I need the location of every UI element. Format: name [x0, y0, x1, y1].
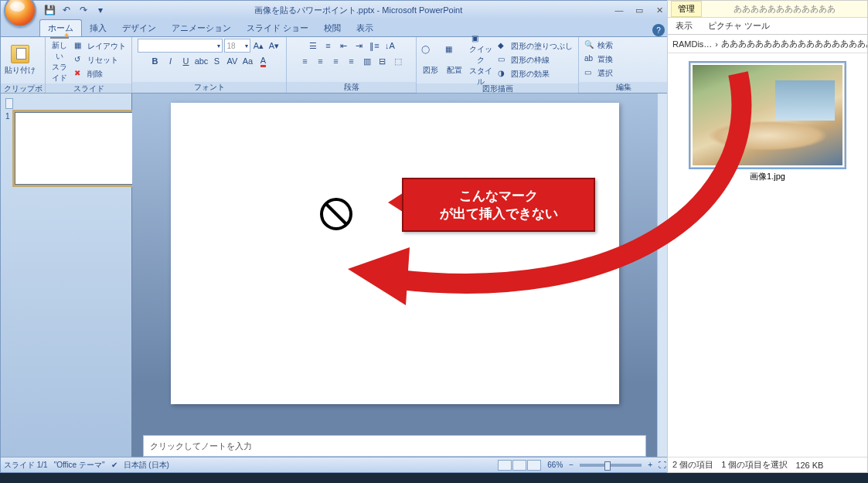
shapes-button[interactable]: ◯図形	[420, 39, 442, 82]
slide-thumbnail-1[interactable]	[15, 112, 134, 185]
breadcrumb-segment[interactable]: RAMDis…	[672, 39, 712, 49]
justify-button[interactable]: ≡	[345, 54, 359, 68]
replace-button[interactable]: ab置換	[582, 53, 615, 66]
maximize-button[interactable]: ▭	[629, 2, 649, 19]
notes-pane[interactable]: クリックしてノートを入力	[143, 435, 646, 457]
sorter-view-button[interactable]	[512, 460, 526, 471]
strike-button[interactable]: abc	[195, 54, 209, 68]
explorer-titlebar: 管理 ああああああああああああ	[668, 1, 867, 18]
slide-thumbnails-pane[interactable]: 1	[1, 94, 132, 457]
help-button[interactable]: ?	[652, 24, 665, 36]
grow-font-button[interactable]: A▴	[252, 39, 266, 53]
delete-slide-button[interactable]: ✖削除	[72, 68, 128, 81]
tab-design[interactable]: デザイン	[114, 20, 164, 36]
group-label: クリップボード	[1, 83, 45, 94]
align-right-button[interactable]: ≡	[329, 54, 343, 68]
shape-fill-button[interactable]: ◆図形の塗りつぶし	[495, 40, 575, 53]
group-label: 編集	[579, 82, 669, 93]
file-explorer-window: 管理 ああああああああああああ 表示 ピクチャ ツール RAMDis… › ああ…	[667, 0, 868, 473]
reset-icon: ↺	[74, 55, 85, 66]
reset-button[interactable]: ↺リセット	[72, 54, 128, 67]
ribbon: 貼り付け クリップボード 新しい スライド ▦レイアウト ↺リセット ✖削除 ス…	[1, 36, 669, 94]
bullets-button[interactable]: ☰	[306, 39, 320, 53]
zoom-out-button[interactable]: −	[569, 461, 574, 469]
tab-insert[interactable]: 挿入	[82, 20, 114, 36]
tab-slideshow[interactable]: スライド ショー	[239, 20, 316, 36]
tab-view[interactable]: 表示	[349, 20, 381, 36]
slide-canvas[interactable]	[171, 103, 619, 404]
explorer-title: ああああああああああああ	[702, 3, 867, 15]
slide-edit-area: クリックしてノートを入力	[132, 94, 657, 457]
shadow-button[interactable]: S	[210, 54, 224, 68]
ribbon-context-tab[interactable]: 管理	[671, 1, 702, 17]
file-name-label[interactable]: 画像1.jpg	[750, 171, 785, 182]
file-thumbnail[interactable]	[690, 63, 845, 168]
decrease-indent-button[interactable]: ⇤	[337, 39, 351, 53]
align-center-button[interactable]: ≡	[314, 54, 328, 68]
quick-styles-icon: ▣	[471, 34, 490, 43]
font-size-combo[interactable]: 18	[224, 39, 250, 53]
breadcrumb-separator: ›	[715, 39, 718, 49]
text-direction-button[interactable]: ↓A	[383, 39, 397, 53]
line-spacing-button[interactable]: ‖≡	[368, 39, 382, 53]
paste-icon	[11, 45, 29, 63]
save-button[interactable]: 💾	[43, 3, 56, 17]
status-language[interactable]: 日本語 (日本)	[124, 460, 169, 471]
shape-outline-button[interactable]: ▭図形の枠線	[495, 54, 575, 67]
explorer-tab-view[interactable]: 表示	[668, 18, 700, 34]
char-spacing-button[interactable]: AV	[226, 54, 240, 68]
new-slide-button[interactable]: 新しい スライド	[49, 39, 70, 82]
status-spellcheck-icon[interactable]: ✔	[111, 461, 117, 469]
group-clipboard: 貼り付け クリップボード	[1, 37, 46, 93]
zoom-slider[interactable]	[580, 464, 642, 467]
group-slides: 新しい スライド ▦レイアウト ↺リセット ✖削除 スライド	[46, 37, 132, 93]
breadcrumb-segment[interactable]: あああああああああああああああああああああああああああ	[721, 38, 867, 49]
minimize-button[interactable]: —	[609, 2, 629, 19]
window-title: 画像を貼るパワーポイント.pptx - Microsoft PowerPoint	[107, 5, 609, 16]
quick-styles-button[interactable]: ▣クイック スタイル	[467, 39, 494, 82]
shrink-font-button[interactable]: A▾	[267, 39, 281, 53]
explorer-file-list[interactable]: 画像1.jpg	[668, 53, 867, 457]
font-color-button[interactable]: A	[257, 54, 271, 68]
shape-effects-button[interactable]: ◑図形の効果	[495, 68, 575, 81]
numbering-button[interactable]: ≡	[322, 39, 335, 53]
bold-button[interactable]: B	[148, 54, 162, 68]
explorer-status-bar: 2 個の項目 1 個の項目を選択 126 KB	[668, 457, 867, 472]
explorer-tab-picture-tools[interactable]: ピクチャ ツール	[700, 18, 778, 34]
zoom-level[interactable]: 66%	[547, 461, 563, 469]
layout-icon: ▦	[74, 41, 85, 52]
fit-to-window-button[interactable]: ⛶	[659, 461, 666, 469]
underline-button[interactable]: U	[179, 54, 193, 68]
italic-button[interactable]: I	[164, 54, 178, 68]
layout-button[interactable]: ▦レイアウト	[72, 40, 128, 53]
find-button[interactable]: 🔍検索	[582, 39, 615, 53]
svg-line-2	[326, 204, 346, 224]
columns-button[interactable]: ▥	[360, 54, 374, 68]
status-theme: "Office テーマ"	[54, 460, 105, 471]
select-button[interactable]: ▭選択	[582, 67, 615, 80]
undo-button[interactable]: ↶	[60, 3, 73, 17]
group-font: 18 A▴ A▾ B I U abc S AV Aa A フォント	[132, 37, 287, 93]
normal-view-button[interactable]	[498, 460, 512, 471]
status-selected-count: 1 個の項目を選択	[721, 459, 788, 471]
smartart-button[interactable]: ⬚	[391, 54, 405, 68]
qat-dropdown[interactable]: ▾	[94, 3, 107, 17]
change-case-button[interactable]: Aa	[241, 54, 255, 68]
arrange-icon: ▦	[445, 45, 464, 63]
zoom-in-button[interactable]: +	[648, 461, 652, 469]
tab-animation[interactable]: アニメーション	[164, 20, 239, 36]
increase-indent-button[interactable]: ⇥	[352, 39, 366, 53]
align-text-button[interactable]: ⊟	[376, 54, 390, 68]
arrange-button[interactable]: ▦配置	[444, 39, 466, 82]
paste-button[interactable]: 貼り付け	[4, 39, 36, 82]
select-icon: ▭	[584, 68, 595, 79]
align-left-button[interactable]: ≡	[298, 54, 312, 68]
font-family-combo[interactable]	[138, 39, 223, 53]
redo-button[interactable]: ↷	[77, 3, 90, 17]
tab-review[interactable]: 校閲	[316, 20, 349, 36]
tab-home[interactable]: ホーム	[39, 19, 82, 36]
outline-tab-handle[interactable]	[5, 98, 13, 109]
breadcrumb[interactable]: RAMDis… › あああああああああああああああああああああああああああ	[668, 35, 867, 53]
workspace: 1 クリックしてノートを入力	[1, 94, 669, 457]
slideshow-view-button[interactable]	[527, 460, 541, 471]
